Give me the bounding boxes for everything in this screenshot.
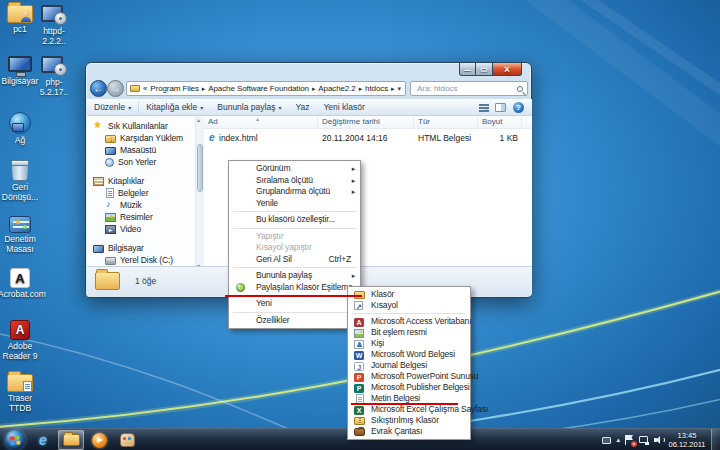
tray-device-icon[interactable] [602, 437, 611, 444]
network-tray-icon[interactable] [639, 436, 649, 445]
toolbar-kitapliga-ekle[interactable]: Kitaplığa ekle [139, 99, 210, 115]
file-name: index.html [219, 133, 258, 143]
minimize-button[interactable] [459, 63, 476, 76]
desktop-icon-httpd[interactable]: httpd-2.2.2.. [32, 5, 76, 47]
column-header-name[interactable]: Ad [204, 117, 318, 128]
sidebar-group-computer[interactable]: Bilgisayar [87, 242, 195, 254]
acrobat-icon: A [10, 268, 30, 288]
window-controls [459, 63, 522, 76]
taskbar-paint[interactable] [114, 430, 140, 450]
disc-icon [54, 63, 67, 76]
user-folder-icon [7, 5, 33, 23]
sidebar-item-recent[interactable]: Son Yerler [87, 156, 195, 168]
volume-icon[interactable] [654, 436, 664, 445]
submenu-item-klasor[interactable]: Klasör [348, 289, 470, 300]
desktop-icon-adobe-reader[interactable]: A Adobe Reader 9 [0, 320, 42, 362]
recent-places-icon [105, 158, 114, 167]
scrollbar-thumb[interactable] [197, 144, 203, 192]
show-desktop-button[interactable] [711, 429, 720, 450]
views-button[interactable]: ▾ [479, 103, 488, 111]
sidebar-scrollbar[interactable] [195, 116, 204, 269]
desktop-icon-traser[interactable]: Traser TTDB [0, 374, 42, 414]
taskbar-explorer[interactable] [58, 430, 84, 450]
command-bar: Düzenle Kitaplığa ekle Bununla paylaş Ya… [87, 99, 532, 116]
submenu-item-access[interactable]: AMicrosoft Access Veritabanı [348, 316, 470, 327]
address-bar[interactable]: « Program Files Apache Software Foundati… [126, 81, 406, 96]
submenu-item-bitmap[interactable]: Bit eşlem resmi [348, 327, 470, 338]
forward-button[interactable]: → [107, 80, 124, 97]
folder-icon [7, 374, 33, 392]
preview-pane-icon[interactable] [495, 103, 506, 112]
taskbar-clock[interactable]: 13:45 06.12.2011 [666, 431, 708, 450]
shortcut-key: Ctrl+Z [329, 254, 351, 266]
close-button[interactable] [493, 63, 522, 76]
submenu-item-kisayol[interactable]: Kısayol [348, 300, 470, 311]
menu-item-gorunum[interactable]: Görünüm [229, 163, 360, 175]
taskbar-internet-explorer[interactable]: e [30, 430, 56, 450]
toolbar-yaz[interactable]: Yaz [288, 99, 316, 115]
sidebar-group-libraries[interactable]: Kitaplıklar [87, 175, 195, 187]
sidebar-item-pictures[interactable]: Resimler [87, 211, 195, 223]
briefcase-icon [354, 428, 365, 436]
file-list-header: ▴ Ad Değiştirme tarihi Tür Boyut [204, 116, 532, 129]
help-icon[interactable] [513, 102, 524, 113]
search-input[interactable] [415, 83, 517, 94]
toolbar-bununla-paylas[interactable]: Bununla paylaş [210, 99, 288, 115]
menu-item-bu-klasoru-ozellestir[interactable]: Bu klasörü özelleştir... [229, 214, 360, 226]
sidebar-item-video[interactable]: Video [87, 223, 195, 235]
submenu-item-publisher[interactable]: PMicrosoft Publisher Belgesi [348, 382, 470, 393]
column-header-type[interactable]: Tür [414, 117, 478, 128]
desktop-icon-ag[interactable]: Ağ [0, 112, 42, 146]
desktop-icon-denetim-masasi[interactable]: Denetim Masası [0, 216, 42, 255]
submenu-item-powerpoint[interactable]: PMicrosoft PowerPoint Sunusu [348, 371, 470, 382]
toolbar-yeni-klasor[interactable]: Yeni klasör [316, 99, 371, 115]
submenu-item-excel[interactable]: XMicrosoft Excel Çalışma Sayfası [348, 404, 470, 415]
column-header-size[interactable]: Boyut [478, 117, 522, 128]
taskbar-media-player[interactable] [86, 430, 112, 450]
file-size: 1 KB [478, 133, 518, 143]
desktop-icon-php[interactable]: php-5.2.17.. [32, 56, 76, 98]
submenu-item-sikistirilmis-klasor[interactable]: Sıkıştırılmış Klasör [348, 415, 470, 426]
submenu-item-word[interactable]: WMicrosoft Word Belgesi [348, 349, 470, 360]
menu-item-ozellikler[interactable]: Özellikler [229, 315, 360, 327]
sidebar-item-documents[interactable]: Belgeler [87, 187, 195, 199]
action-center-flag-icon[interactable]: × [625, 435, 634, 445]
submenu-item-evrak-cantasi[interactable]: Evrak Çantası [348, 426, 470, 437]
desktop-icon-recycle-bin[interactable]: Geri Dönüşü... [0, 160, 42, 203]
submenu-item-kisi[interactable]: Kişi [348, 338, 470, 349]
sidebar-item-music[interactable]: Müzik [87, 199, 195, 211]
breadcrumb-segment[interactable]: Apache Software Foundation [208, 84, 318, 93]
column-header-modified[interactable]: Değiştirme tarihi [318, 117, 414, 128]
file-row-index-html[interactable]: eindex.html 20.11.2004 14:16 HTML Belges… [204, 132, 524, 144]
search-box[interactable] [410, 81, 528, 96]
menu-separator [233, 267, 356, 268]
breadcrumb-segment[interactable]: htdocs [365, 84, 397, 93]
sidebar-item-disk-c[interactable]: Yerel Disk (C:) [87, 254, 195, 266]
sidebar-item-desktop[interactable]: Masaüstü [87, 144, 195, 156]
file-modified: 20.11.2004 14:16 [322, 133, 388, 143]
submenu-item-journal[interactable]: JJournal Belgesi [348, 360, 470, 371]
menu-item-geri-al-sil[interactable]: Geri Al SilCtrl+Z [229, 254, 360, 266]
toolbar-duzenle[interactable]: Düzenle [87, 99, 138, 115]
desktop-icon-label: Adobe Reader 9 [3, 341, 38, 361]
menu-item-siralama-olcutu[interactable]: Sıralama ölçütü [229, 175, 360, 187]
desktop-icon-acrobat[interactable]: A Acrobat.com [0, 268, 42, 300]
menu-item-bununla-paylas[interactable]: Bununla paylaş [229, 270, 360, 282]
sidebar-group-favorites[interactable]: Sık Kullanılanlar [87, 120, 195, 132]
breadcrumb-segment[interactable]: Program Files [150, 84, 208, 93]
refresh-icon[interactable]: ↻ [405, 84, 406, 94]
sidebar-item-downloads[interactable]: Karşıdan Yüklem [87, 132, 195, 144]
journal-icon: J [354, 362, 364, 371]
maximize-button[interactable] [476, 63, 493, 76]
menu-item-yeni[interactable]: Yeni [229, 298, 360, 310]
contact-icon [354, 340, 364, 349]
start-button[interactable] [5, 430, 25, 450]
disc-icon [54, 12, 67, 25]
menu-item-gruplandirma-olcutu[interactable]: Gruplandırma ölçütü [229, 186, 360, 198]
menu-item-yenile[interactable]: Yenile [229, 198, 360, 210]
tray-show-hidden-icon[interactable]: ▴ [616, 436, 620, 444]
back-button[interactable]: ← [90, 80, 107, 97]
address-dropdown-icon[interactable]: ▾ [397, 85, 400, 93]
breadcrumb-segment[interactable]: Apache2.2 [318, 84, 365, 93]
menu-item-paylasilan-klasor-esitleme[interactable]: Paylaşılan Klasör Eşitleme [229, 282, 360, 294]
